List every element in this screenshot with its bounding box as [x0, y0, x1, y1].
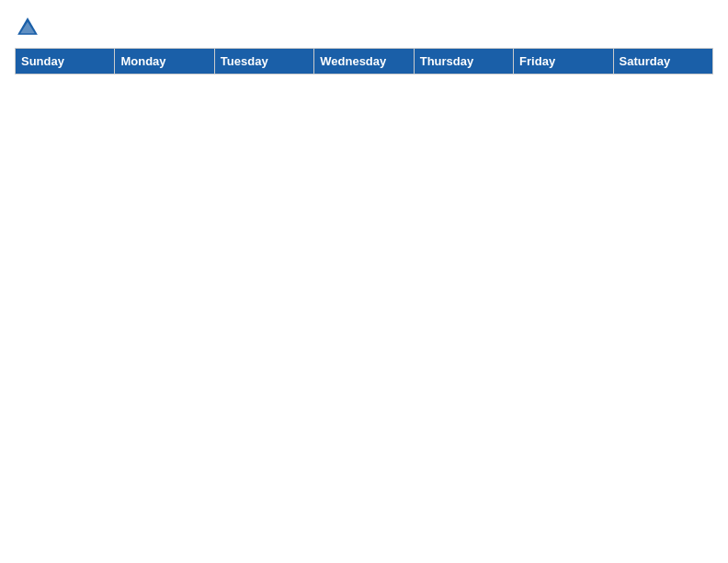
weekday-header-saturday: Saturday: [613, 49, 712, 75]
calendar: SundayMondayTuesdayWednesdayThursdayFrid…: [15, 48, 713, 75]
weekday-header-tuesday: Tuesday: [214, 49, 313, 75]
weekday-header-sunday: Sunday: [16, 49, 115, 75]
weekday-header-thursday: Thursday: [414, 49, 513, 75]
weekday-header-monday: Monday: [115, 49, 214, 75]
page-header: [15, 15, 713, 40]
logo: [15, 15, 44, 40]
weekday-header-row: SundayMondayTuesdayWednesdayThursdayFrid…: [16, 49, 713, 75]
weekday-header-friday: Friday: [514, 49, 613, 75]
logo-icon: [15, 15, 40, 40]
weekday-header-wednesday: Wednesday: [314, 49, 414, 75]
